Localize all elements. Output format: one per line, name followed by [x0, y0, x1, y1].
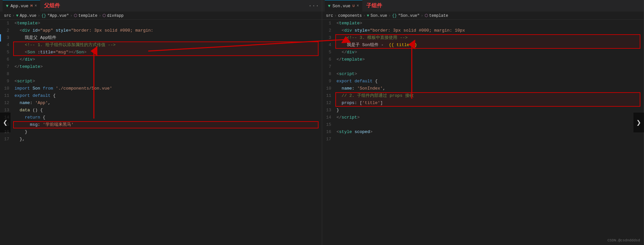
- breadcrumb-template-icon-left: ⬡: [74, 13, 77, 18]
- nav-right-button[interactable]: ❯: [633, 113, 644, 132]
- left-line-13: 13 data () {: [0, 107, 322, 114]
- left-line-6: 6 </div>: [0, 56, 322, 63]
- right-line-12: 12 props: ['title']: [322, 99, 644, 107]
- right-breadcrumb: src › components › ▼ Son.vue › {} "Son.v…: [322, 12, 644, 20]
- right-line-8: 8 <script>: [322, 70, 644, 78]
- breadcrumb-vue-icon-r: ▼: [367, 14, 369, 18]
- right-tab-filename: Son.vue: [332, 4, 350, 9]
- left-line-11: 11 export default {: [0, 92, 322, 99]
- left-line-10: 10 import Son from './components/Son.vue…: [0, 85, 322, 92]
- right-tab-bar: ▼ Son.vue U × 子组件: [322, 0, 644, 12]
- left-line-4: 4 <!-- 1. 给子组件以添加属性的方式传值 -->: [0, 41, 322, 49]
- right-code-area[interactable]: 1 <template> 2 <div style="border: 3px s…: [322, 20, 644, 245]
- left-line-15: 15 msg: '学前端来黑马': [0, 121, 322, 128]
- left-tab-bar: ▼ App.vue M × 父组件 ···: [0, 0, 322, 12]
- breadcrumb-components: components: [338, 14, 362, 18]
- breadcrumb-sonvue-string: "Son.vue": [398, 14, 420, 18]
- breadcrumb-appvue: App.vue: [20, 14, 36, 18]
- right-line-17: 17: [322, 136, 644, 143]
- left-tab-modified: M: [30, 4, 33, 8]
- right-tab-son-vue[interactable]: ▼ Son.vue U ×: [325, 0, 362, 12]
- right-line-3: 3 <!-- 3. 模板中直接使用 -->: [322, 34, 644, 41]
- right-line-5: 5 </div>: [322, 49, 644, 56]
- left-line-1: 1 <template>: [0, 20, 322, 27]
- left-line-12: 12 name: 'App',: [0, 99, 322, 107]
- breadcrumb-src: src: [4, 14, 11, 18]
- right-tab-close-icon[interactable]: ×: [357, 4, 359, 8]
- right-line-2: 2 <div style="border: 3px solid #000; ma…: [322, 27, 644, 34]
- watermark: CSDN.@csdndddsd: [607, 238, 640, 242]
- right-line-15: 15: [322, 121, 644, 128]
- left-tab-app-vue[interactable]: ▼ App.vue M ×: [3, 0, 40, 12]
- left-breadcrumb: src › ▼ App.vue › {} "App.vue" › ⬡ templ…: [0, 12, 322, 20]
- left-line-9: 9 <script>: [0, 78, 322, 85]
- breadcrumb-divapp: div#app: [107, 14, 124, 18]
- breadcrumb-template-left: template: [78, 14, 98, 18]
- left-tab-title: 父组件: [44, 2, 60, 9]
- right-line-9: 9 export default {: [322, 78, 644, 85]
- breadcrumb-src-r: src: [326, 14, 333, 18]
- vue-icon-left: ▼: [6, 4, 9, 9]
- left-line-8: 8: [0, 70, 322, 78]
- right-line-14: 14 </script>: [322, 114, 644, 121]
- left-panel: ▼ App.vue M × 父组件 ··· src › ▼ App.vue › …: [0, 0, 322, 245]
- left-code-area[interactable]: 1 <template> 2 <div id="app" style="bord…: [0, 20, 322, 245]
- breadcrumb-div-icon: ⬡: [102, 13, 106, 18]
- right-line-7: 7: [322, 63, 644, 70]
- breadcrumb-obj-icon-r: {}: [392, 14, 397, 18]
- right-tab-title: 子组件: [366, 2, 382, 9]
- left-tab-close-icon[interactable]: ×: [35, 4, 37, 8]
- right-line-16: 16 <style scoped>: [322, 128, 644, 136]
- breadcrumb-template-right: template: [429, 14, 448, 18]
- left-line-17: 17 },: [0, 136, 322, 143]
- breadcrumb-appvue-string: "App.vue": [47, 14, 69, 18]
- breadcrumb-template-icon-right: ⬡: [425, 13, 428, 18]
- left-line-16: 16 }: [0, 128, 322, 136]
- editor-container: ❮ ▼ App.vue M × 父组件 ··· src › ▼ App.vue …: [0, 0, 644, 245]
- left-line-14: 14 return {: [0, 114, 322, 121]
- left-line-3: 3 我是父 App组件: [0, 34, 322, 41]
- left-tab-filename: App.vue: [11, 4, 29, 9]
- right-tab-modified: U: [352, 4, 355, 8]
- right-line-4: 4 我是子 Son组件 - {{ title }}: [322, 41, 644, 49]
- left-line-2: 2 <div id="app" style="border: 3px solid…: [0, 27, 322, 34]
- breadcrumb-sonvue: Son.vue: [371, 14, 387, 18]
- right-panel: ▼ Son.vue U × 子组件 src › components › ▼ S…: [322, 0, 644, 245]
- right-line-13: 13 }: [322, 107, 644, 114]
- left-line-7: 7 </template>: [0, 63, 322, 70]
- right-line-6: 6 </template>: [322, 56, 644, 63]
- left-line-5: 5 <Son :title="msg"></Son>: [0, 49, 322, 56]
- breadcrumb-vue-icon: ▼: [16, 14, 18, 18]
- vue-icon-right: ▼: [328, 4, 331, 9]
- right-line-11: 11 // 2. 子组件内部通过 props 接收: [322, 92, 644, 99]
- right-line-1: 1 <template>: [322, 20, 644, 27]
- nav-left-button[interactable]: ❮: [0, 113, 11, 132]
- right-line-10: 10 name: 'SonIndex',: [322, 85, 644, 92]
- left-tab-more[interactable]: ···: [308, 3, 319, 9]
- breadcrumb-obj-icon: {}: [42, 14, 46, 18]
